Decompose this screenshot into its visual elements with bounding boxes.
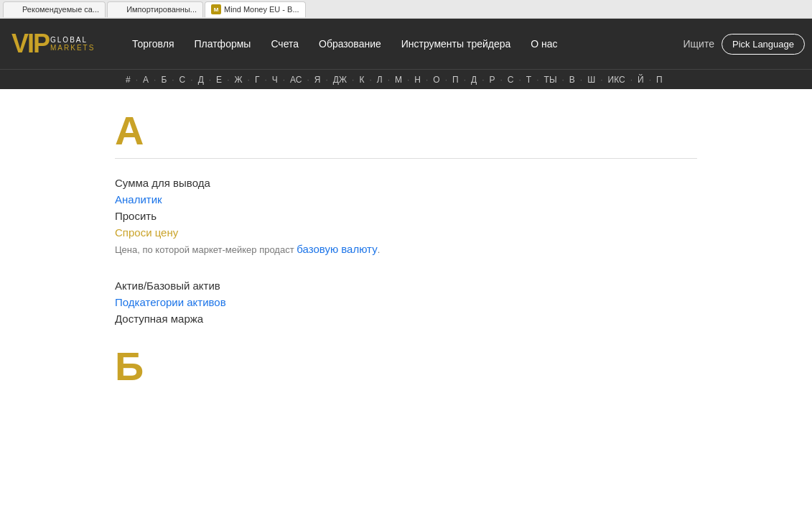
tab-imported[interactable]: Импортированны... xyxy=(107,1,203,17)
tab-mind-money[interactable]: M Mind Money EU - В... xyxy=(205,1,306,17)
alpha-j[interactable]: Й xyxy=(634,73,648,86)
alpha-ch[interactable]: Ч xyxy=(269,73,281,86)
main-navbar: VIP Global MARKETS Торговля Платформы Сч… xyxy=(0,19,812,69)
pick-language-button[interactable]: Pick Language xyxy=(722,34,805,55)
alpha-n[interactable]: Н xyxy=(411,73,424,86)
tab-favicon-2 xyxy=(113,4,123,14)
alpha-k[interactable]: К xyxy=(355,73,368,86)
term-available-margin: Доступная маржа xyxy=(115,313,697,325)
alpha-p[interactable]: П xyxy=(449,73,462,86)
alpha-m[interactable]: М xyxy=(391,73,406,86)
alpha-ty[interactable]: ТЫ xyxy=(541,73,561,86)
alphabet-bar: # · А · Б · С · Д · Е · Ж · Г · Ч · АС ·… xyxy=(0,69,812,89)
alpha-r[interactable]: Р xyxy=(485,73,498,86)
logo-vip-text: VIP xyxy=(11,31,49,57)
logo[interactable]: VIP Global MARKETS xyxy=(0,25,115,63)
alpha-s[interactable]: С xyxy=(176,73,190,86)
alpha-ya[interactable]: Я xyxy=(311,73,325,86)
alpha-hash[interactable]: # xyxy=(122,73,134,86)
term-ask-text: Просить xyxy=(115,210,157,222)
alpha-e[interactable]: Е xyxy=(213,73,225,86)
alpha-zh[interactable]: Ж xyxy=(230,73,246,86)
nav-item-about[interactable]: О нас xyxy=(521,19,567,69)
section-letter-b: Б xyxy=(115,346,697,387)
section-a: А Сумма для вывода Аналитик Просить Спро… xyxy=(115,111,697,325)
term-desc-base-currency-link[interactable]: базовую валюту xyxy=(297,243,377,255)
nav-item-tools[interactable]: Инструменты трейдера xyxy=(391,19,521,69)
term-list-a2: Актив/Базовый актив Подкатегории активов… xyxy=(115,280,697,325)
tab-label-2: Импортированны... xyxy=(126,5,197,14)
alpha-b[interactable]: Б xyxy=(157,73,170,86)
section-divider-a xyxy=(115,158,697,159)
logo-global: Global MARKETS xyxy=(50,36,95,52)
alpha-p2[interactable]: П xyxy=(653,73,666,86)
nav-item-education[interactable]: Образование xyxy=(309,19,391,69)
term-ask-price-label: Спроси цену xyxy=(115,226,697,239)
alpha-dzh[interactable]: ДЖ xyxy=(330,73,350,86)
term-analyst-link[interactable]: Аналитик xyxy=(115,193,162,206)
tab-recommended[interactable]: Рекомендуемые са... xyxy=(3,1,106,17)
term-ask: Просить xyxy=(115,210,697,222)
alpha-sh[interactable]: Ш xyxy=(584,73,599,86)
nav-menu: Торговля Платформы Счета Образование Инс… xyxy=(115,19,683,69)
term-asset-text: Актив/Базовый актив xyxy=(115,280,220,292)
logo-global-text: Global xyxy=(50,36,95,44)
alpha-o[interactable]: О xyxy=(429,73,443,86)
alpha-g[interactable]: Г xyxy=(251,73,263,86)
term-desc-suffix: . xyxy=(378,244,381,255)
section-b: Б xyxy=(115,346,697,387)
term-asset: Актив/Базовый актив xyxy=(115,280,697,292)
alpha-l[interactable]: Л xyxy=(373,73,386,86)
alpha-iks[interactable]: ИКС xyxy=(605,73,629,86)
term-asset-subcategories-link[interactable]: Подкатегории активов xyxy=(115,296,226,308)
term-asset-subcategories: Подкатегории активов xyxy=(115,296,697,308)
term-withdrawal-amount: Сумма для вывода xyxy=(115,177,697,189)
alpha-v[interactable]: В xyxy=(566,73,579,86)
nav-right: Ищите Pick Language xyxy=(683,34,812,55)
main-content: А Сумма для вывода Аналитик Просить Спро… xyxy=(0,89,812,423)
term-ask-price: Спроси цену Цена, по которой маркет-мейк… xyxy=(115,226,697,258)
logo-markets-text: MARKETS xyxy=(50,44,95,52)
tab-label-1: Рекомендуемые са... xyxy=(22,5,99,14)
term-available-margin-text: Доступная маржа xyxy=(115,313,203,325)
term-list-a1: Сумма для вывода Аналитик Просить Спроси… xyxy=(115,177,697,258)
tab-favicon-3: M xyxy=(211,4,221,14)
nav-item-trading[interactable]: Торговля xyxy=(122,19,184,69)
alpha-t[interactable]: Т xyxy=(523,73,535,86)
term-ask-price-description: Цена, по которой маркет-мейкер продаст б… xyxy=(115,241,697,258)
term-withdrawal-amount-text: Сумма для вывода xyxy=(115,177,210,189)
tab-label-3: Mind Money EU - В... xyxy=(224,5,299,14)
term-desc-prefix: Цена, по которой маркет-мейкер продаст xyxy=(115,244,297,255)
term-analyst: Аналитик xyxy=(115,193,697,206)
alpha-a[interactable]: А xyxy=(139,73,152,86)
alpha-d2[interactable]: Д xyxy=(467,73,480,86)
alpha-as[interactable]: АС xyxy=(286,73,305,86)
tab-favicon-1 xyxy=(9,4,19,14)
nav-item-accounts[interactable]: Счета xyxy=(261,19,309,69)
search-text: Ищите xyxy=(683,38,714,50)
alpha-d[interactable]: Д xyxy=(195,73,207,86)
section-letter-a: А xyxy=(115,111,697,151)
alpha-s2[interactable]: С xyxy=(504,73,518,86)
browser-tab-bar: Рекомендуемые са... Импортированны... M … xyxy=(0,0,812,19)
nav-item-platforms[interactable]: Платформы xyxy=(184,19,261,69)
